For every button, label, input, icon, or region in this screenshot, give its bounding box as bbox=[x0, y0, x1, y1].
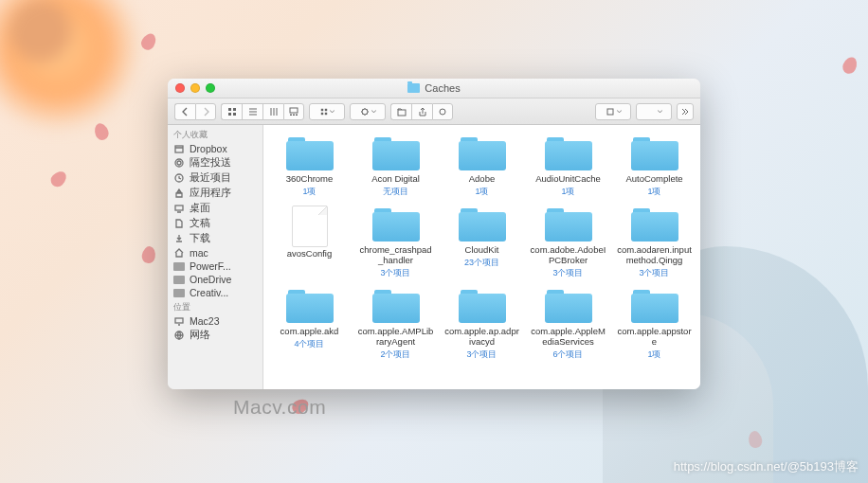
file-item[interactable]: CloudKit23个项目 bbox=[440, 204, 524, 285]
file-item[interactable]: AudioUnitCache1项 bbox=[526, 133, 610, 204]
view-column-button[interactable] bbox=[262, 103, 283, 120]
sidebar-item-mac23[interactable]: Mac23 bbox=[168, 314, 262, 328]
item-name: com.apple.AMPLibraryAgent bbox=[358, 327, 434, 348]
svg-rect-20 bbox=[175, 206, 183, 210]
close-button[interactable] bbox=[175, 83, 185, 93]
zoom-button[interactable] bbox=[206, 83, 215, 93]
file-item[interactable]: com.aodaren.inputmethod.Qingg3个项目 bbox=[612, 204, 696, 285]
folder-icon bbox=[407, 83, 420, 93]
file-item[interactable]: com.apple.AMPLibraryAgent2个项目 bbox=[353, 285, 438, 367]
toolbar bbox=[168, 98, 700, 125]
sidebar-item--[interactable]: 桌面 bbox=[168, 201, 262, 216]
svg-rect-4 bbox=[290, 108, 298, 113]
sidebar-item-onedrive[interactable]: OneDrive bbox=[168, 273, 262, 286]
action-button[interactable] bbox=[350, 103, 386, 120]
sidebar-item-label: OneDrive bbox=[190, 274, 231, 285]
item-subtitle: 3个项目 bbox=[639, 267, 669, 279]
sidebar-locations-header: 位置 bbox=[168, 299, 262, 314]
group-button[interactable] bbox=[309, 103, 345, 120]
folder-icon bbox=[371, 287, 422, 325]
folder-icon bbox=[457, 134, 508, 172]
file-item[interactable]: com.apple.akd4个项目 bbox=[267, 285, 352, 367]
sidebar-item--[interactable]: 隔空投送 bbox=[168, 155, 262, 170]
file-item[interactable]: chrome_crashpad_handler3个项目 bbox=[353, 204, 438, 285]
folder-icon bbox=[457, 206, 508, 243]
view-icon-button[interactable] bbox=[221, 103, 242, 120]
sidebar-item-mac[interactable]: mac bbox=[168, 246, 262, 259]
file-item[interactable]: AutoComplete1项 bbox=[612, 133, 696, 204]
item-subtitle: 3个项目 bbox=[466, 349, 497, 361]
item-name: com.apple.akd bbox=[280, 327, 339, 337]
item-name: AutoComplete bbox=[625, 174, 682, 185]
file-item[interactable]: Acon Digital无项目 bbox=[353, 133, 438, 204]
watermark-center: Macv.com bbox=[233, 396, 326, 419]
svg-rect-5 bbox=[290, 114, 292, 116]
sidebar-item-label: 隔空投送 bbox=[190, 156, 231, 170]
tags-button[interactable] bbox=[432, 103, 453, 120]
folder-icon bbox=[629, 287, 680, 325]
sidebar-item-label: Mac23 bbox=[190, 315, 220, 327]
item-name: com.apple.ap.adprivacyd bbox=[444, 327, 520, 348]
folder-icon bbox=[371, 134, 422, 172]
sidebar-item-label: PowerF... bbox=[190, 260, 231, 272]
sidebar-item-label: mac bbox=[190, 247, 208, 259]
file-item[interactable]: avosConfig bbox=[267, 204, 352, 285]
item-name: CloudKit bbox=[465, 245, 499, 256]
share-button[interactable] bbox=[411, 103, 432, 120]
item-name: Adobe bbox=[469, 174, 495, 185]
file-item[interactable]: com.apple.AppleMediaServices6个项目 bbox=[526, 285, 610, 367]
sidebar-item-label: 最近项目 bbox=[190, 171, 231, 185]
item-name: com.adobe.AdobeIPCBroker bbox=[531, 245, 606, 266]
item-subtitle: 3个项目 bbox=[552, 267, 583, 279]
titlebar[interactable]: Caches bbox=[168, 79, 700, 98]
folder-icon bbox=[371, 206, 422, 243]
svg-point-17 bbox=[175, 159, 183, 167]
sidebar: 个人收藏 Dropbox隔空投送最近项目应用程序桌面文稿下载macPowerF.… bbox=[168, 125, 263, 389]
sidebar-item-label: 下载 bbox=[190, 232, 210, 245]
watermark-bottom-right: https://blog.csdn.net/@5b193博客 bbox=[674, 458, 859, 475]
content-area[interactable]: 360Chrome1项Acon Digital无项目Adobe1项AudioUn… bbox=[263, 125, 700, 389]
item-subtitle: 2个项目 bbox=[380, 349, 410, 361]
item-subtitle: 无项目 bbox=[383, 186, 408, 198]
item-subtitle: 3个项目 bbox=[380, 267, 410, 279]
item-name: com.aodaren.inputmethod.Qingg bbox=[617, 245, 693, 266]
sidebar-item--[interactable]: 最近项目 bbox=[168, 170, 262, 186]
toolbar-overflow[interactable] bbox=[677, 103, 694, 120]
file-item[interactable]: 360Chrome1项 bbox=[267, 133, 352, 204]
back-button[interactable] bbox=[174, 103, 195, 120]
sidebar-item-creativ-[interactable]: Creativ... bbox=[168, 286, 262, 299]
svg-rect-10 bbox=[320, 112, 322, 114]
sidebar-item-powerf-[interactable]: PowerF... bbox=[168, 259, 262, 273]
folder-icon bbox=[543, 134, 594, 172]
sidebar-item--[interactable]: 下载 bbox=[168, 231, 262, 246]
svg-rect-1 bbox=[233, 108, 236, 111]
new-folder-button[interactable] bbox=[390, 103, 411, 120]
file-item[interactable]: com.apple.appstore1项 bbox=[612, 285, 696, 367]
item-name: Acon Digital bbox=[371, 174, 420, 185]
folder-icon bbox=[457, 287, 508, 325]
forward-button[interactable] bbox=[195, 103, 216, 120]
svg-rect-6 bbox=[293, 114, 295, 116]
item-name: 360Chrome bbox=[286, 174, 334, 185]
item-name: com.apple.AppleMediaServices bbox=[531, 327, 606, 348]
sidebar-item--[interactable]: 应用程序 bbox=[168, 186, 262, 201]
sidebar-item-dropbox[interactable]: Dropbox bbox=[168, 142, 262, 155]
file-item[interactable]: com.adobe.AdobeIPCBroker3个项目 bbox=[526, 204, 610, 285]
sidebar-item--[interactable]: 网络 bbox=[168, 328, 262, 343]
view-list-button[interactable] bbox=[242, 103, 262, 120]
file-item[interactable]: Adobe1项 bbox=[440, 133, 524, 204]
item-subtitle: 6个项目 bbox=[552, 349, 583, 361]
item-subtitle: 1项 bbox=[647, 349, 660, 361]
svg-rect-15 bbox=[607, 109, 613, 115]
sidebar-favorites-header: 个人收藏 bbox=[168, 127, 262, 142]
view-gallery-button[interactable] bbox=[283, 103, 304, 120]
item-subtitle: 1项 bbox=[475, 186, 488, 198]
sidebar-item--[interactable]: 文稿 bbox=[168, 216, 262, 231]
svg-rect-21 bbox=[175, 318, 183, 323]
dropdown-2[interactable] bbox=[636, 103, 672, 120]
title-text: Caches bbox=[425, 82, 460, 94]
file-item[interactable]: com.apple.ap.adprivacyd3个项目 bbox=[440, 285, 524, 367]
svg-rect-13 bbox=[398, 110, 406, 116]
dropdown-1[interactable] bbox=[595, 103, 631, 120]
minimize-button[interactable] bbox=[190, 83, 200, 93]
